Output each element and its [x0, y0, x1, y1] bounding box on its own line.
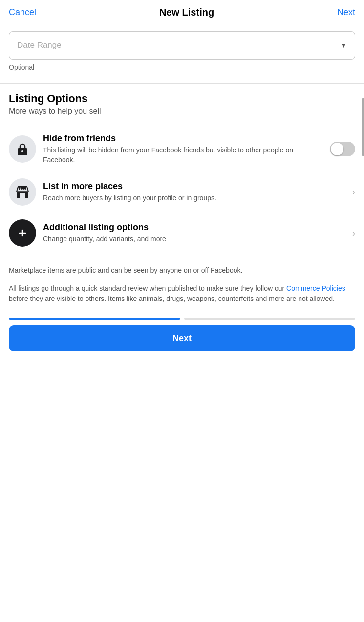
plus-icon: [17, 227, 28, 239]
additional-listing-options-row[interactable]: Additional listing options Change quanti…: [9, 213, 355, 254]
next-button[interactable]: Next: [9, 325, 355, 351]
section-subtitle: More ways to help you sell: [9, 107, 355, 116]
info-text-2-after: before they are visible to others. Items…: [9, 295, 335, 302]
divider: [0, 83, 364, 84]
hide-from-friends-icon-circle: [9, 135, 36, 163]
chevron-down-icon: ▼: [340, 42, 347, 49]
list-in-more-places-icon-circle: [9, 178, 36, 206]
progress-bar-fill: [9, 318, 180, 320]
hide-from-friends-row[interactable]: Hide from friends This listing will be h…: [9, 127, 355, 172]
store-icon: [16, 186, 29, 198]
additional-listing-options-chevron: ›: [352, 228, 355, 238]
page-title: New Listing: [159, 7, 214, 18]
date-range-input[interactable]: Date Range ▼: [9, 31, 355, 60]
list-in-more-places-content: List in more places Reach more buyers by…: [43, 181, 347, 203]
hide-from-friends-toggle-container: [330, 142, 355, 156]
additional-listing-options-title: Additional listing options: [43, 222, 347, 233]
hide-from-friends-toggle[interactable]: [330, 142, 355, 156]
info-text-1: Marketplace items are public and can be …: [9, 265, 355, 276]
progress-section: [0, 309, 364, 325]
scrollbar[interactable]: [362, 0, 364, 622]
progress-bar-1: [9, 318, 180, 320]
date-range-placeholder: Date Range: [17, 41, 62, 50]
header: Cancel New Listing Next: [0, 0, 364, 25]
list-in-more-places-row[interactable]: List in more places Reach more buyers by…: [9, 172, 355, 213]
cancel-button[interactable]: Cancel: [9, 7, 36, 18]
toggle-knob: [331, 143, 343, 155]
header-next-button[interactable]: Next: [337, 7, 355, 18]
commerce-policies-link[interactable]: Commerce Policies: [286, 284, 345, 292]
hide-from-friends-content: Hide from friends This listing will be h…: [43, 133, 325, 165]
svg-point-1: [21, 150, 23, 152]
section-title: Listing Options: [9, 92, 355, 105]
info-section: Marketplace items are public and can be …: [0, 254, 364, 309]
chevron-right-icon-2: ›: [352, 228, 355, 238]
bottom-button-section: Next: [0, 325, 364, 363]
list-in-more-places-title: List in more places: [43, 181, 347, 192]
optional-label: Optional: [9, 64, 355, 71]
chevron-right-icon: ›: [352, 187, 355, 197]
hide-from-friends-desc: This listing will be hidden from your Fa…: [43, 146, 325, 165]
scrollbar-thumb: [362, 98, 364, 156]
hide-from-friends-title: Hide from friends: [43, 133, 325, 144]
list-in-more-places-chevron: ›: [352, 187, 355, 197]
additional-listing-options-icon-circle: [9, 219, 36, 247]
additional-listing-options-desc: Change quantity, add variants, and more: [43, 235, 347, 244]
svg-rect-3: [20, 193, 25, 198]
additional-listing-options-content: Additional listing options Change quanti…: [43, 222, 347, 244]
listing-options-section: Listing Options More ways to help you se…: [0, 92, 364, 254]
lock-icon: [16, 142, 29, 156]
info-text-2-before: All listings go through a quick standard…: [9, 284, 286, 292]
list-in-more-places-desc: Reach more buyers by listing on your pro…: [43, 193, 347, 203]
date-range-section: Date Range ▼ Optional: [0, 25, 364, 74]
progress-bar-2: [184, 318, 356, 320]
info-text-2: All listings go through a quick standard…: [9, 283, 355, 304]
